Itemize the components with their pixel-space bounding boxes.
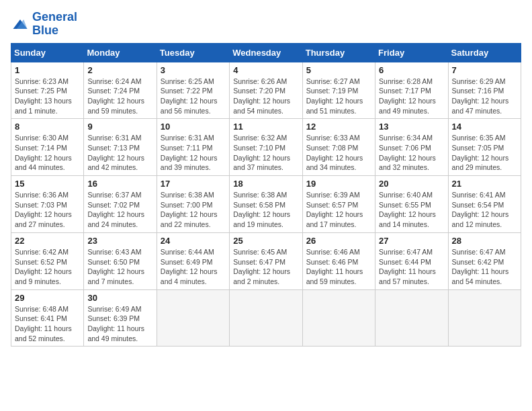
- calendar-day-1: 1Sunrise: 6:23 AM Sunset: 7:25 PM Daylig…: [11, 62, 84, 119]
- calendar-day-15: 15Sunrise: 6:36 AM Sunset: 7:03 PM Dayli…: [11, 176, 84, 233]
- day-number: 2: [87, 65, 152, 75]
- day-info: Sunrise: 6:29 AM Sunset: 7:16 PM Dayligh…: [452, 77, 517, 116]
- day-info: Sunrise: 6:47 AM Sunset: 6:44 PM Dayligh…: [379, 247, 444, 287]
- day-info: Sunrise: 6:31 AM Sunset: 7:13 PM Dayligh…: [87, 133, 152, 173]
- calendar-day-22: 22Sunrise: 6:42 AM Sunset: 6:52 PM Dayli…: [11, 232, 84, 289]
- calendar-day-10: 10Sunrise: 6:31 AM Sunset: 7:11 PM Dayli…: [157, 119, 229, 176]
- calendar-day-13: 13Sunrise: 6:34 AM Sunset: 7:06 PM Dayli…: [375, 119, 448, 176]
- day-number: 13: [379, 122, 444, 132]
- day-number: 25: [233, 236, 298, 246]
- weekday-header-friday: Friday: [375, 43, 448, 62]
- day-info: Sunrise: 6:45 AM Sunset: 6:47 PM Dayligh…: [233, 247, 298, 287]
- day-info: Sunrise: 6:38 AM Sunset: 7:00 PM Dayligh…: [161, 190, 226, 230]
- day-info: Sunrise: 6:34 AM Sunset: 7:06 PM Dayligh…: [379, 133, 444, 173]
- day-info: Sunrise: 6:39 AM Sunset: 6:57 PM Dayligh…: [306, 190, 371, 230]
- day-info: Sunrise: 6:27 AM Sunset: 7:19 PM Dayligh…: [306, 77, 371, 116]
- logo-text: General Blue: [32, 11, 77, 38]
- page-header: General Blue: [11, 11, 521, 38]
- calendar-day-2: 2Sunrise: 6:24 AM Sunset: 7:24 PM Daylig…: [84, 62, 157, 119]
- day-number: 29: [15, 293, 80, 303]
- day-number: 27: [379, 236, 444, 246]
- day-number: 20: [379, 179, 444, 189]
- day-info: Sunrise: 6:31 AM Sunset: 7:11 PM Dayligh…: [161, 133, 226, 173]
- calendar-day-3: 3Sunrise: 6:25 AM Sunset: 7:22 PM Daylig…: [157, 62, 229, 119]
- calendar-table: SundayMondayTuesdayWednesdayThursdayFrid…: [11, 43, 521, 347]
- day-info: Sunrise: 6:44 AM Sunset: 6:49 PM Dayligh…: [161, 247, 226, 287]
- day-number: 10: [161, 122, 226, 132]
- empty-cell: [157, 289, 229, 347]
- day-info: Sunrise: 6:43 AM Sunset: 6:50 PM Dayligh…: [87, 247, 152, 287]
- calendar-day-21: 21Sunrise: 6:41 AM Sunset: 6:54 PM Dayli…: [448, 176, 521, 233]
- day-number: 6: [379, 65, 444, 75]
- day-number: 28: [452, 236, 517, 246]
- weekday-header-saturday: Saturday: [448, 43, 521, 62]
- day-info: Sunrise: 6:47 AM Sunset: 6:42 PM Dayligh…: [452, 247, 517, 287]
- day-info: Sunrise: 6:40 AM Sunset: 6:55 PM Dayligh…: [379, 190, 444, 230]
- calendar-day-12: 12Sunrise: 6:33 AM Sunset: 7:08 PM Dayli…: [302, 119, 375, 176]
- day-number: 16: [87, 179, 152, 189]
- day-info: Sunrise: 6:35 AM Sunset: 7:05 PM Dayligh…: [452, 133, 517, 173]
- day-info: Sunrise: 6:23 AM Sunset: 7:25 PM Dayligh…: [15, 77, 80, 116]
- day-info: Sunrise: 6:49 AM Sunset: 6:39 PM Dayligh…: [87, 304, 152, 344]
- day-number: 21: [452, 179, 517, 189]
- day-info: Sunrise: 6:33 AM Sunset: 7:08 PM Dayligh…: [306, 133, 371, 173]
- day-number: 30: [87, 293, 152, 303]
- day-number: 4: [233, 65, 298, 75]
- empty-cell: [375, 289, 448, 347]
- day-info: Sunrise: 6:48 AM Sunset: 6:41 PM Dayligh…: [15, 304, 80, 344]
- weekday-header-monday: Monday: [84, 43, 157, 62]
- calendar-day-6: 6Sunrise: 6:28 AM Sunset: 7:17 PM Daylig…: [375, 62, 448, 119]
- day-info: Sunrise: 6:26 AM Sunset: 7:20 PM Dayligh…: [233, 77, 298, 116]
- day-info: Sunrise: 6:46 AM Sunset: 6:46 PM Dayligh…: [306, 247, 371, 287]
- day-number: 9: [87, 122, 152, 132]
- calendar-day-7: 7Sunrise: 6:29 AM Sunset: 7:16 PM Daylig…: [448, 62, 521, 119]
- day-info: Sunrise: 6:41 AM Sunset: 6:54 PM Dayligh…: [452, 190, 517, 230]
- day-info: Sunrise: 6:32 AM Sunset: 7:10 PM Dayligh…: [233, 133, 298, 173]
- day-number: 14: [452, 122, 517, 132]
- calendar-day-8: 8Sunrise: 6:30 AM Sunset: 7:14 PM Daylig…: [11, 119, 84, 176]
- calendar-day-11: 11Sunrise: 6:32 AM Sunset: 7:10 PM Dayli…: [230, 119, 302, 176]
- day-info: Sunrise: 6:28 AM Sunset: 7:17 PM Dayligh…: [379, 77, 444, 116]
- day-number: 18: [233, 179, 298, 189]
- calendar-day-16: 16Sunrise: 6:37 AM Sunset: 7:02 PM Dayli…: [84, 176, 157, 233]
- calendar-day-26: 26Sunrise: 6:46 AM Sunset: 6:46 PM Dayli…: [302, 232, 375, 289]
- calendar-day-17: 17Sunrise: 6:38 AM Sunset: 7:00 PM Dayli…: [157, 176, 229, 233]
- calendar-day-14: 14Sunrise: 6:35 AM Sunset: 7:05 PM Dayli…: [448, 119, 521, 176]
- calendar-day-20: 20Sunrise: 6:40 AM Sunset: 6:55 PM Dayli…: [375, 176, 448, 233]
- day-number: 11: [233, 122, 298, 132]
- empty-cell: [230, 289, 302, 347]
- calendar-day-18: 18Sunrise: 6:38 AM Sunset: 6:58 PM Dayli…: [230, 176, 302, 233]
- calendar-day-27: 27Sunrise: 6:47 AM Sunset: 6:44 PM Dayli…: [375, 232, 448, 289]
- weekday-header-tuesday: Tuesday: [157, 43, 229, 62]
- calendar-day-4: 4Sunrise: 6:26 AM Sunset: 7:20 PM Daylig…: [230, 62, 302, 119]
- day-number: 22: [15, 236, 80, 246]
- day-info: Sunrise: 6:42 AM Sunset: 6:52 PM Dayligh…: [15, 247, 80, 287]
- calendar-day-19: 19Sunrise: 6:39 AM Sunset: 6:57 PM Dayli…: [302, 176, 375, 233]
- day-number: 3: [161, 65, 226, 75]
- day-number: 17: [161, 179, 226, 189]
- empty-cell: [448, 289, 521, 347]
- day-number: 7: [452, 65, 517, 75]
- day-number: 26: [306, 236, 371, 246]
- day-number: 12: [306, 122, 371, 132]
- day-info: Sunrise: 6:36 AM Sunset: 7:03 PM Dayligh…: [15, 190, 80, 230]
- weekday-header-wednesday: Wednesday: [230, 43, 302, 62]
- day-number: 1: [15, 65, 80, 75]
- day-info: Sunrise: 6:24 AM Sunset: 7:24 PM Dayligh…: [87, 77, 152, 116]
- calendar-day-23: 23Sunrise: 6:43 AM Sunset: 6:50 PM Dayli…: [84, 232, 157, 289]
- calendar-day-5: 5Sunrise: 6:27 AM Sunset: 7:19 PM Daylig…: [302, 62, 375, 119]
- day-info: Sunrise: 6:38 AM Sunset: 6:58 PM Dayligh…: [233, 190, 298, 230]
- day-number: 19: [306, 179, 371, 189]
- day-number: 23: [87, 236, 152, 246]
- empty-cell: [302, 289, 375, 347]
- day-number: 8: [15, 122, 80, 132]
- weekday-header-thursday: Thursday: [302, 43, 375, 62]
- day-number: 5: [306, 65, 371, 75]
- calendar-day-29: 29Sunrise: 6:48 AM Sunset: 6:41 PM Dayli…: [11, 289, 84, 347]
- day-info: Sunrise: 6:25 AM Sunset: 7:22 PM Dayligh…: [161, 77, 226, 116]
- day-info: Sunrise: 6:37 AM Sunset: 7:02 PM Dayligh…: [87, 190, 152, 230]
- day-info: Sunrise: 6:30 AM Sunset: 7:14 PM Dayligh…: [15, 133, 80, 173]
- logo: General Blue: [11, 11, 77, 38]
- calendar-day-9: 9Sunrise: 6:31 AM Sunset: 7:13 PM Daylig…: [84, 119, 157, 176]
- calendar-day-28: 28Sunrise: 6:47 AM Sunset: 6:42 PM Dayli…: [448, 232, 521, 289]
